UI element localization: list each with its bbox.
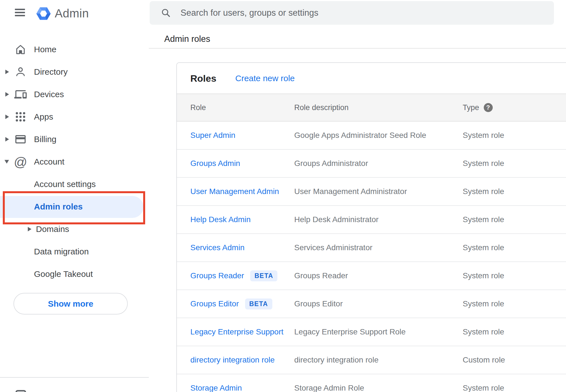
sidebar-item-directory[interactable]: Directory bbox=[0, 61, 149, 83]
sidebar-item-label: Directory bbox=[34, 67, 68, 77]
role-cell: Groups EditorBETA bbox=[190, 290, 272, 318]
apps-grid-icon bbox=[14, 110, 27, 123]
sidebar-item-admin-roles[interactable]: Admin roles bbox=[0, 195, 149, 218]
google-admin-console: Admin HomeDirectoryDevicesAppsBilling@Ac… bbox=[0, 0, 566, 392]
table-row-groups-admin: Groups AdminGroups AdministratorSystem r… bbox=[177, 150, 566, 178]
role-type-cell: System role bbox=[463, 178, 504, 205]
table-row-groups-reader: Groups ReaderBETAGroups ReaderSystem rol… bbox=[177, 262, 566, 290]
search-input[interactable] bbox=[180, 8, 546, 18]
chevron-right-icon[interactable] bbox=[28, 227, 31, 231]
sidebar-item-label: Home bbox=[34, 45, 56, 54]
page-title: Roles bbox=[190, 73, 216, 84]
role-link[interactable]: Help Desk Admin bbox=[190, 215, 251, 224]
role-type-cell: Custom role bbox=[463, 346, 505, 374]
column-header-role: Role bbox=[190, 103, 206, 112]
sidebar-item-label: Data migration bbox=[34, 247, 89, 256]
role-link[interactable]: Services Admin bbox=[190, 243, 245, 252]
role-cell: Help Desk Admin bbox=[190, 206, 251, 233]
role-type-cell: System role bbox=[463, 206, 504, 233]
person-icon bbox=[14, 65, 27, 78]
role-description-cell: Groups Reader bbox=[294, 262, 348, 290]
roles-panel-header: Roles Create new role bbox=[177, 63, 566, 94]
role-type-cell: System role bbox=[463, 318, 504, 346]
role-description-cell: Services Administrator bbox=[294, 234, 373, 261]
role-description-cell: directory integration role bbox=[294, 346, 378, 374]
sidebar-item-label: Account bbox=[34, 157, 64, 167]
role-description-cell: Groups Administrator bbox=[294, 150, 368, 177]
sidebar-item-apps[interactable]: Apps bbox=[0, 106, 149, 128]
show-more-button[interactable]: Show more bbox=[13, 293, 128, 314]
sidebar-item-account-settings[interactable]: Account settings bbox=[0, 173, 149, 195]
sidebar-item-domains[interactable]: Domains bbox=[0, 218, 149, 240]
chevron-right-icon[interactable] bbox=[5, 70, 9, 74]
beta-badge: BETA bbox=[250, 270, 277, 281]
sidebar-item-data-migration[interactable]: Data migration bbox=[0, 240, 149, 263]
breadcrumb: Admin roles bbox=[164, 34, 210, 44]
devices-icon bbox=[14, 88, 27, 101]
role-link[interactable]: Super Admin bbox=[190, 131, 235, 140]
beta-badge: BETA bbox=[245, 298, 272, 309]
sidebar-item-label: Billing bbox=[34, 135, 56, 144]
sidebar-divider bbox=[0, 377, 149, 378]
table-row-legacy-enterprise-support: Legacy Enterprise SupportLegacy Enterpri… bbox=[177, 318, 566, 346]
role-cell: Super Admin bbox=[190, 122, 235, 149]
role-description-cell: Legacy Enterprise Support Role bbox=[294, 318, 406, 346]
role-link[interactable]: Legacy Enterprise Support bbox=[190, 327, 284, 336]
role-link[interactable]: Groups Admin bbox=[190, 159, 240, 168]
role-cell: Groups Admin bbox=[190, 150, 240, 177]
column-header-type: Type ? bbox=[463, 103, 493, 112]
clipped-bottom-icon bbox=[15, 390, 26, 392]
search-bar bbox=[150, 1, 554, 25]
sidebar-nav: HomeDirectoryDevicesAppsBilling@AccountA… bbox=[0, 38, 149, 285]
chevron-right-icon[interactable] bbox=[5, 115, 9, 119]
role-type-cell: System role bbox=[463, 122, 504, 149]
home-icon bbox=[14, 43, 27, 56]
roles-table-body: Super AdminGoogle Apps Administrator See… bbox=[177, 122, 566, 392]
table-row-storage-admin: Storage AdminStorage Admin RoleSystem ro… bbox=[177, 374, 566, 392]
role-link[interactable]: Storage Admin bbox=[190, 384, 242, 392]
role-type-cell: System role bbox=[463, 262, 504, 290]
role-cell: Legacy Enterprise Support bbox=[190, 318, 284, 346]
table-header-row: Role Role description Type ? bbox=[177, 94, 566, 122]
sidebar-item-label: Account settings bbox=[34, 179, 96, 189]
role-cell: User Management Admin bbox=[190, 178, 279, 205]
show-more-label: Show more bbox=[48, 299, 93, 309]
credit-card-icon bbox=[14, 133, 27, 146]
admin-hexagon-icon bbox=[36, 6, 51, 22]
role-description-cell: Groups Editor bbox=[294, 290, 343, 318]
roles-panel: Roles Create new role Role Role descript… bbox=[176, 62, 566, 392]
menu-icon[interactable] bbox=[15, 9, 25, 16]
search-icon bbox=[161, 8, 171, 18]
create-new-role-link[interactable]: Create new role bbox=[235, 74, 295, 83]
header-divider bbox=[149, 48, 566, 49]
role-cell: Groups ReaderBETA bbox=[190, 262, 277, 290]
role-cell: Storage Admin bbox=[190, 374, 242, 392]
sidebar-item-account[interactable]: @Account bbox=[0, 151, 149, 173]
role-link[interactable]: Groups Reader bbox=[190, 271, 244, 280]
role-description-cell: User Management Administrator bbox=[294, 178, 407, 205]
role-description-cell: Storage Admin Role bbox=[294, 374, 364, 392]
role-cell: directory integration role bbox=[190, 346, 275, 374]
help-icon[interactable]: ? bbox=[484, 103, 493, 112]
sidebar-item-devices[interactable]: Devices bbox=[0, 83, 149, 106]
app-title: Admin bbox=[55, 7, 89, 20]
table-row-user-management-admin: User Management AdminUser Management Adm… bbox=[177, 178, 566, 206]
chevron-right-icon[interactable] bbox=[5, 92, 9, 97]
column-header-description: Role description bbox=[294, 103, 349, 112]
sidebar-item-label: Admin roles bbox=[34, 202, 83, 211]
role-type-cell: System role bbox=[463, 150, 504, 177]
role-link[interactable]: directory integration role bbox=[190, 355, 275, 364]
sidebar-item-label: Devices bbox=[34, 90, 64, 99]
admin-logo: Admin bbox=[36, 5, 89, 22]
sidebar-item-billing[interactable]: Billing bbox=[0, 128, 149, 151]
sidebar-item-home[interactable]: Home bbox=[0, 38, 149, 61]
sidebar-item-label: Domains bbox=[36, 224, 69, 234]
table-row-services-admin: Services AdminServices AdministratorSyst… bbox=[177, 234, 566, 262]
chevron-right-icon[interactable] bbox=[5, 137, 9, 142]
role-link[interactable]: User Management Admin bbox=[190, 187, 279, 196]
sidebar-item-google-takeout[interactable]: Google Takeout bbox=[0, 263, 149, 285]
table-row-groups-editor: Groups EditorBETAGroups EditorSystem rol… bbox=[177, 290, 566, 318]
chevron-down-icon[interactable] bbox=[4, 160, 9, 164]
role-link[interactable]: Groups Editor bbox=[190, 299, 239, 308]
sidebar: Admin HomeDirectoryDevicesAppsBilling@Ac… bbox=[0, 0, 149, 392]
